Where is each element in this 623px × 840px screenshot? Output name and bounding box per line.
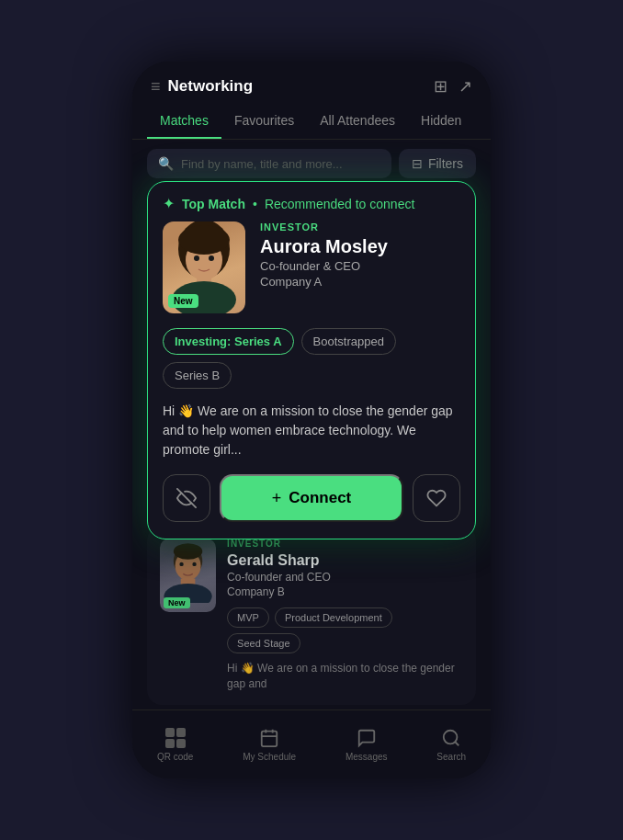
tags-row: Investing: Series A Bootstrapped Series … [148,328,475,402]
svg-point-10 [174,544,202,560]
second-card: New INVESTOR Gerald Sharp Co-founder and… [147,526,476,705]
nav-search[interactable]: Search [436,728,466,762]
schedule-label: My Schedule [243,752,296,762]
search-label: Search [436,752,466,762]
category-label: INVESTOR [260,221,460,233]
qr-icon[interactable]: ⊞ [434,76,447,96]
product-tag: Product Development [275,607,392,628]
filter-icon: ⊟ [412,156,423,171]
phone-frame: ≡ Networking ⊞ ↗ Matches Favourites All … [132,62,491,778]
recommended-label: Recommended to connect [265,197,414,211]
search-box[interactable]: 🔍 Find by name, title and more... [147,149,391,178]
tabs-row: Matches Favourites All Attendees Hidden [132,104,491,140]
messages-icon [357,728,377,748]
person-section: New INVESTOR Aurora Mosley Co-founder & … [148,221,475,328]
bottom-nav: QR code My Schedule Messages Search [132,709,491,778]
share-icon[interactable]: ↗ [459,76,472,96]
second-category: INVESTOR [227,539,463,549]
second-avatar-image [160,539,216,603]
person-info: INVESTOR Aurora Mosley Co-founder & CEO … [260,221,460,313]
person-name: Aurora Mosley [260,236,460,257]
second-avatar: New [160,539,216,612]
svg-rect-15 [262,731,278,746]
schedule-icon [259,728,279,748]
filter-label: Filters [428,156,463,171]
seed-tag: Seed Stage [227,633,300,653]
svg-line-20 [455,742,459,745]
series-b-tag: Series B [163,362,232,389]
person-company: Company A [260,275,460,289]
star-icon: ✦ [163,195,175,212]
eye-off-icon [176,488,197,508]
second-card-inner: New INVESTOR Gerald Sharp Co-founder and… [160,539,463,692]
investing-value: Series A [234,335,282,348]
hide-button[interactable] [163,474,210,522]
second-company: Company B [227,585,463,598]
nav-qr-code[interactable]: QR code [157,728,193,762]
filter-button[interactable]: ⊟ Filters [399,149,476,178]
second-bio: Hi 👋 We are on a mission to close the ge… [227,661,463,692]
nav-search-icon [441,728,461,748]
new-badge: New [168,294,198,308]
app-title: Networking [168,77,254,96]
qr-icon [165,728,186,748]
svg-point-13 [179,562,183,566]
heart-icon [426,488,447,508]
search-placeholder: Find by name, title and more... [181,157,343,171]
tab-all-attendees[interactable]: All Attendees [307,104,408,139]
svg-point-6 [209,255,214,261]
second-name: Gerald Sharp [227,552,463,569]
connect-button[interactable]: + Connect [220,474,403,522]
second-new-badge: New [164,597,190,608]
top-bar-actions: ⊞ ↗ [434,76,472,96]
avatar-wrap: New [163,221,245,313]
top-match-label: Top Match [182,197,245,211]
connect-plus-icon: + [272,489,282,508]
svg-point-2 [178,225,230,255]
svg-point-5 [194,255,199,261]
connect-label: Connect [289,489,351,507]
search-icon: 🔍 [158,156,174,171]
mvp-tag: MVP [227,607,269,628]
actions-row: + Connect [148,474,475,539]
tab-hidden[interactable]: Hidden [408,104,474,139]
investing-tag: Investing: Series A [163,328,294,355]
svg-point-14 [192,562,196,566]
bootstrapped-tag: Bootstrapped [301,328,396,355]
dot-separator: • [253,197,257,211]
investing-prefix: Investing: [175,335,234,348]
top-match-card: ✦ Top Match • Recommended to connect [147,181,476,539]
person-title: Co-founder & CEO [260,259,460,273]
messages-label: Messages [345,752,388,762]
like-button[interactable] [413,474,460,522]
top-bar: ≡ Networking ⊞ ↗ [132,62,491,104]
tab-matches[interactable]: Matches [147,104,221,139]
card-header: ✦ Top Match • Recommended to connect [148,182,475,221]
second-title: Co-founder and CEO [227,571,463,584]
svg-point-19 [444,730,458,744]
qr-label: QR code [157,752,193,762]
tab-favourites[interactable]: Favourites [221,104,307,139]
bio-text: Hi 👋 We are on a mission to close the ge… [148,402,475,474]
nav-my-schedule[interactable]: My Schedule [243,728,296,762]
menu-icon[interactable]: ≡ [151,77,161,96]
nav-messages[interactable]: Messages [345,728,388,762]
second-tags: MVP Product Development Seed Stage [227,607,463,653]
second-person-info: INVESTOR Gerald Sharp Co-founder and CEO… [227,539,463,692]
